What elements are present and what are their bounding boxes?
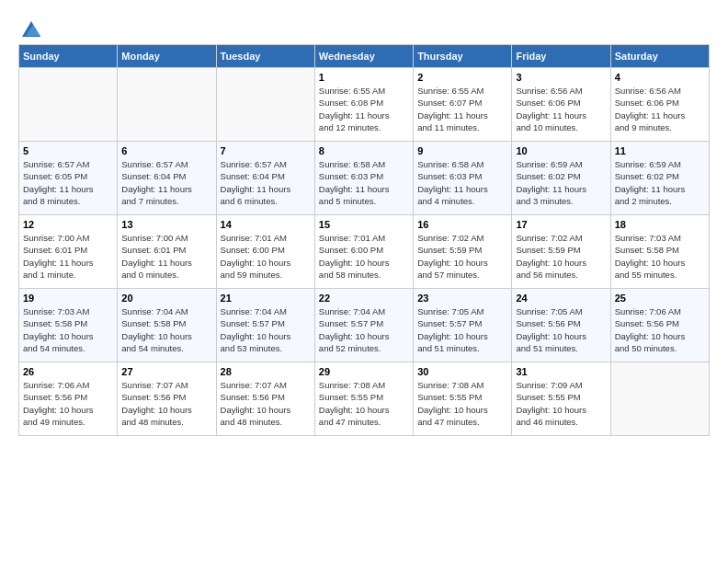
day-number: 2 [417,72,507,83]
day-info: Sunrise: 6:57 AM Sunset: 6:04 PM Dayligh… [221,158,311,207]
day-cell: 29Sunrise: 7:08 AM Sunset: 5:55 PM Dayli… [314,362,413,436]
day-cell: 13Sunrise: 7:00 AM Sunset: 6:01 PM Dayli… [118,215,216,289]
day-info: Sunrise: 7:01 AM Sunset: 6:00 PM Dayligh… [221,232,311,281]
day-cell: 11Sunrise: 6:59 AM Sunset: 6:02 PM Dayli… [610,142,709,215]
column-header-sunday: Sunday [19,45,118,68]
day-info: Sunrise: 7:00 AM Sunset: 6:01 PM Dayligh… [23,232,113,281]
day-number: 14 [221,219,311,230]
page-header [18,18,710,35]
day-info: Sunrise: 7:08 AM Sunset: 5:55 PM Dayligh… [417,379,507,428]
day-info: Sunrise: 7:06 AM Sunset: 5:56 PM Dayligh… [615,305,705,354]
logo-icon [20,18,42,40]
week-row-3: 12Sunrise: 7:00 AM Sunset: 6:01 PM Dayli… [19,215,710,289]
day-cell: 1Sunrise: 6:55 AM Sunset: 6:08 PM Daylig… [314,68,413,142]
day-info: Sunrise: 7:05 AM Sunset: 5:56 PM Dayligh… [516,305,606,354]
logo [18,18,42,35]
day-number: 15 [319,219,409,230]
day-info: Sunrise: 7:02 AM Sunset: 5:59 PM Dayligh… [417,232,507,281]
day-cell: 25Sunrise: 7:06 AM Sunset: 5:56 PM Dayli… [610,289,709,362]
day-info: Sunrise: 6:55 AM Sunset: 6:07 PM Dayligh… [417,85,507,133]
day-number: 28 [221,366,311,377]
day-cell: 2Sunrise: 6:55 AM Sunset: 6:07 PM Daylig… [414,68,512,142]
day-cell: 24Sunrise: 7:05 AM Sunset: 5:56 PM Dayli… [512,289,610,362]
day-info: Sunrise: 7:04 AM Sunset: 5:57 PM Dayligh… [221,305,311,354]
day-cell: 23Sunrise: 7:05 AM Sunset: 5:57 PM Dayli… [414,289,512,362]
column-header-thursday: Thursday [414,45,512,68]
day-number: 3 [516,72,606,83]
day-info: Sunrise: 7:03 AM Sunset: 5:58 PM Dayligh… [23,305,113,354]
day-info: Sunrise: 7:02 AM Sunset: 5:59 PM Dayligh… [516,232,606,281]
column-header-tuesday: Tuesday [216,45,314,68]
day-number: 8 [319,145,409,156]
day-cell: 28Sunrise: 7:07 AM Sunset: 5:56 PM Dayli… [216,362,314,436]
week-row-2: 5Sunrise: 6:57 AM Sunset: 6:05 PM Daylig… [19,142,710,215]
day-cell: 9Sunrise: 6:58 AM Sunset: 6:03 PM Daylig… [414,142,512,215]
day-cell: 8Sunrise: 6:58 AM Sunset: 6:03 PM Daylig… [314,142,413,215]
day-cell: 10Sunrise: 6:59 AM Sunset: 6:02 PM Dayli… [512,142,610,215]
day-cell [19,68,118,142]
day-cell: 5Sunrise: 6:57 AM Sunset: 6:05 PM Daylig… [19,142,118,215]
day-info: Sunrise: 6:56 AM Sunset: 6:06 PM Dayligh… [516,85,606,133]
day-number: 21 [221,293,311,304]
day-cell: 19Sunrise: 7:03 AM Sunset: 5:58 PM Dayli… [19,289,118,362]
day-cell [216,68,314,142]
day-number: 30 [417,366,507,377]
day-number: 10 [516,145,606,156]
day-number: 29 [319,366,409,377]
day-cell: 27Sunrise: 7:07 AM Sunset: 5:56 PM Dayli… [118,362,216,436]
week-row-5: 26Sunrise: 7:06 AM Sunset: 5:56 PM Dayli… [19,362,710,436]
day-info: Sunrise: 7:01 AM Sunset: 6:00 PM Dayligh… [319,232,409,281]
day-cell [610,362,709,436]
day-number: 23 [417,293,507,304]
day-info: Sunrise: 6:57 AM Sunset: 6:05 PM Dayligh… [23,158,113,207]
day-info: Sunrise: 6:58 AM Sunset: 6:03 PM Dayligh… [417,158,507,207]
day-info: Sunrise: 6:58 AM Sunset: 6:03 PM Dayligh… [319,158,409,207]
column-header-saturday: Saturday [610,45,709,68]
week-row-1: 1Sunrise: 6:55 AM Sunset: 6:08 PM Daylig… [19,68,710,142]
day-cell: 30Sunrise: 7:08 AM Sunset: 5:55 PM Dayli… [414,362,512,436]
day-cell: 17Sunrise: 7:02 AM Sunset: 5:59 PM Dayli… [512,215,610,289]
day-number: 5 [23,145,113,156]
day-number: 6 [121,145,211,156]
day-cell: 22Sunrise: 7:04 AM Sunset: 5:57 PM Dayli… [314,289,413,362]
day-number: 12 [23,219,113,230]
day-number: 17 [516,219,606,230]
column-header-friday: Friday [512,45,610,68]
day-info: Sunrise: 6:56 AM Sunset: 6:06 PM Dayligh… [615,85,705,133]
day-info: Sunrise: 6:57 AM Sunset: 6:04 PM Dayligh… [121,158,211,207]
day-info: Sunrise: 7:06 AM Sunset: 5:56 PM Dayligh… [23,379,113,428]
day-number: 7 [221,145,311,156]
day-info: Sunrise: 7:09 AM Sunset: 5:55 PM Dayligh… [516,379,606,428]
day-cell: 31Sunrise: 7:09 AM Sunset: 5:55 PM Dayli… [512,362,610,436]
day-number: 11 [615,145,705,156]
day-number: 31 [516,366,606,377]
day-cell: 21Sunrise: 7:04 AM Sunset: 5:57 PM Dayli… [216,289,314,362]
day-cell: 18Sunrise: 7:03 AM Sunset: 5:58 PM Dayli… [610,215,709,289]
day-cell: 20Sunrise: 7:04 AM Sunset: 5:58 PM Dayli… [118,289,216,362]
day-cell: 4Sunrise: 6:56 AM Sunset: 6:06 PM Daylig… [610,68,709,142]
day-number: 26 [23,366,113,377]
day-number: 9 [417,145,507,156]
day-cell: 15Sunrise: 7:01 AM Sunset: 6:00 PM Dayli… [314,215,413,289]
day-info: Sunrise: 7:07 AM Sunset: 5:56 PM Dayligh… [121,379,211,428]
day-info: Sunrise: 7:07 AM Sunset: 5:56 PM Dayligh… [221,379,311,428]
calendar-table: SundayMondayTuesdayWednesdayThursdayFrid… [18,44,710,436]
day-number: 16 [417,219,507,230]
day-info: Sunrise: 7:04 AM Sunset: 5:58 PM Dayligh… [121,305,211,354]
day-info: Sunrise: 7:05 AM Sunset: 5:57 PM Dayligh… [417,305,507,354]
day-cell: 7Sunrise: 6:57 AM Sunset: 6:04 PM Daylig… [216,142,314,215]
week-row-4: 19Sunrise: 7:03 AM Sunset: 5:58 PM Dayli… [19,289,710,362]
day-cell: 3Sunrise: 6:56 AM Sunset: 6:06 PM Daylig… [512,68,610,142]
day-number: 19 [23,293,113,304]
day-info: Sunrise: 6:59 AM Sunset: 6:02 PM Dayligh… [615,158,705,207]
day-info: Sunrise: 7:04 AM Sunset: 5:57 PM Dayligh… [319,305,409,354]
day-number: 18 [615,219,705,230]
day-number: 22 [319,293,409,304]
header-row: SundayMondayTuesdayWednesdayThursdayFrid… [19,45,710,68]
day-number: 20 [121,293,211,304]
day-info: Sunrise: 6:55 AM Sunset: 6:08 PM Dayligh… [319,85,409,133]
day-cell: 6Sunrise: 6:57 AM Sunset: 6:04 PM Daylig… [118,142,216,215]
day-cell [118,68,216,142]
day-number: 1 [319,72,409,83]
day-info: Sunrise: 7:03 AM Sunset: 5:58 PM Dayligh… [615,232,705,281]
